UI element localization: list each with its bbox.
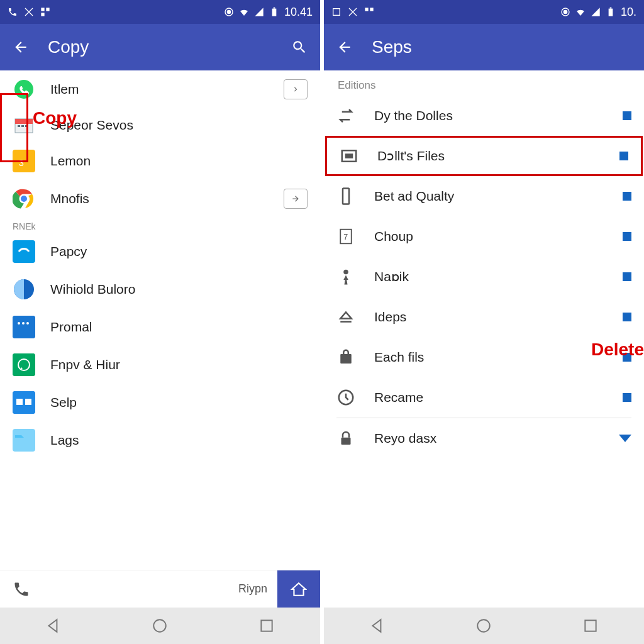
split-circle-icon <box>13 278 35 301</box>
indicator-icon <box>623 272 631 281</box>
nav-recent-icon[interactable] <box>582 618 599 634</box>
item-label: Naɒik <box>374 269 623 284</box>
nav-bar <box>324 608 644 644</box>
svg-rect-6 <box>274 8 275 9</box>
list-item[interactable]: Papcy <box>0 233 320 270</box>
search-icon[interactable] <box>291 39 308 55</box>
item-label: Fnpv & Hiur <box>50 357 120 372</box>
chevron-right-icon[interactable] <box>284 79 308 99</box>
item-label: Mnofis <box>50 191 89 206</box>
list-item[interactable]: Fnpv & Hiur <box>0 346 320 384</box>
list-item[interactable]: Ideps <box>324 297 644 337</box>
svg-rect-18 <box>13 240 35 263</box>
list-item[interactable]: Wihiold Buloro <box>0 270 320 308</box>
svg-point-21 <box>18 322 20 325</box>
battery-icon <box>606 7 616 17</box>
apps-icon <box>364 7 374 17</box>
scissors-icon <box>24 7 34 17</box>
svg-point-29 <box>154 619 167 632</box>
item-label: Choup <box>374 229 623 244</box>
list-item[interactable]: Bet ad Qualty <box>324 176 644 216</box>
svg-rect-11 <box>21 125 24 127</box>
yellow-folder-icon: 3 <box>13 150 35 172</box>
signal-icon <box>591 7 601 17</box>
whatsapp-icon <box>13 78 35 101</box>
svg-point-7 <box>14 80 33 99</box>
dropdown-icon[interactable] <box>619 435 631 442</box>
svg-rect-12 <box>25 125 28 127</box>
back-icon[interactable] <box>336 39 353 55</box>
circle-icon <box>224 7 234 17</box>
arrow-right-icon[interactable] <box>284 189 308 209</box>
svg-rect-0 <box>41 8 44 11</box>
app-bar: Seps <box>324 24 644 70</box>
square-icon <box>340 147 358 165</box>
svg-rect-45 <box>340 354 352 364</box>
home-button[interactable] <box>277 570 320 608</box>
list-item-highlighted[interactable]: Dɔllt's Files <box>325 136 643 176</box>
list-item[interactable]: Mnofis <box>0 180 320 218</box>
nav-recent-icon[interactable] <box>258 618 275 634</box>
item-label: Each fils <box>374 350 623 365</box>
list-item[interactable]: Lags <box>0 421 320 459</box>
item-label: Itlem <box>50 82 79 97</box>
svg-rect-24 <box>13 353 35 376</box>
item-label: Recame <box>374 390 623 405</box>
num7-icon: 7 <box>336 227 355 246</box>
svg-point-22 <box>22 322 25 325</box>
nav-home-icon[interactable] <box>152 618 168 634</box>
svg-rect-39 <box>345 153 353 158</box>
nav-home-icon[interactable] <box>475 618 492 634</box>
square-small-icon <box>331 7 341 17</box>
phone-icon[interactable] <box>13 580 30 598</box>
svg-point-43 <box>343 270 348 275</box>
list-item[interactable]: Selp <box>0 384 320 421</box>
list-item[interactable]: Naɒik <box>324 257 644 297</box>
list-item[interactable]: Promal <box>0 308 320 346</box>
item-label: Dɔllt's Files <box>377 148 619 164</box>
list-item[interactable]: Itlem <box>0 70 320 108</box>
svg-rect-1 <box>46 8 49 11</box>
nav-back-icon[interactable] <box>369 618 386 634</box>
bag-icon <box>336 348 355 367</box>
status-time: 10.41 <box>284 6 313 19</box>
list-item[interactable]: 3 Lemon <box>0 142 320 180</box>
svg-point-23 <box>26 322 29 325</box>
back-icon[interactable] <box>13 39 29 55</box>
item-label: Sepeor Sevos <box>50 118 133 133</box>
svg-rect-5 <box>272 9 277 16</box>
green-whatsapp-icon <box>13 353 35 376</box>
nav-bar <box>0 608 320 644</box>
svg-rect-10 <box>18 125 20 127</box>
indicator-icon <box>623 111 631 120</box>
section-header: Editions <box>324 70 644 96</box>
scissors-icon <box>348 7 358 17</box>
svg-rect-49 <box>585 620 596 631</box>
list-item[interactable]: Dy the Dolles <box>324 96 644 136</box>
svg-rect-13 <box>15 153 33 170</box>
svg-rect-30 <box>261 620 272 631</box>
wifi-icon <box>575 7 586 17</box>
wifi-icon <box>239 7 249 17</box>
svg-rect-20 <box>13 316 35 338</box>
list-item[interactable]: Reyo dasx <box>324 418 644 458</box>
indicator-icon <box>623 313 631 321</box>
app-bar: Copy <box>0 24 320 70</box>
app-title: Copy <box>48 37 89 57</box>
nav-back-icon[interactable] <box>45 618 62 634</box>
list-item[interactable]: Each fils <box>324 337 644 377</box>
list-item[interactable]: Recame <box>324 377 644 418</box>
item-label: Wihiold Buloro <box>50 282 135 297</box>
list-item[interactable]: Sepeor Sevos <box>0 108 320 142</box>
folder-icon <box>13 429 35 452</box>
item-label: Promal <box>50 319 92 335</box>
svg-rect-40 <box>343 189 349 204</box>
item-label: Ideps <box>374 309 623 325</box>
svg-rect-47 <box>341 438 351 445</box>
list-item[interactable]: 7 Choup <box>324 216 644 257</box>
indicator-icon <box>623 192 631 201</box>
svg-rect-9 <box>15 119 33 124</box>
svg-text:3: 3 <box>19 158 24 168</box>
item-label: Lags <box>50 433 79 448</box>
eject-icon <box>336 308 355 326</box>
